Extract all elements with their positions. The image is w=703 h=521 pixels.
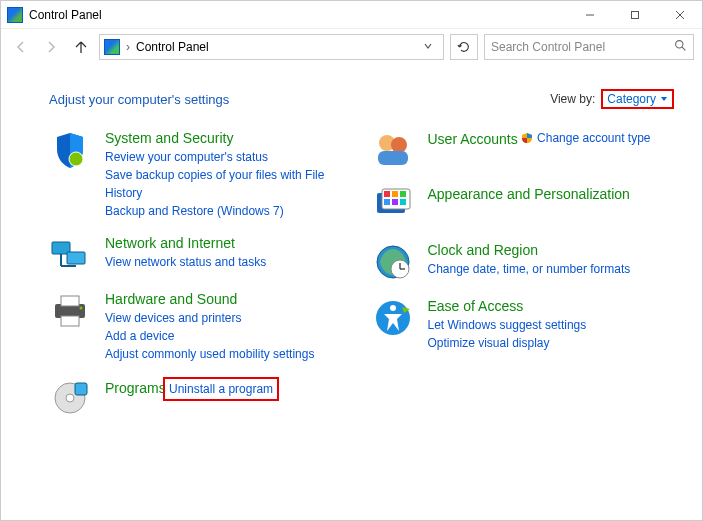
user-accounts-icon [372,129,414,171]
address-dropdown[interactable] [417,40,439,54]
view-by-label: View by: [550,92,595,106]
svg-rect-28 [400,199,406,205]
svg-rect-17 [75,383,87,395]
category-link[interactable]: Optimize visual display [428,334,587,352]
chevron-right-icon[interactable]: › [124,40,132,54]
breadcrumb[interactable]: Control Panel [136,40,209,54]
nav-row: › Control Panel [1,29,702,65]
category-title[interactable]: Hardware and Sound [105,291,237,307]
svg-rect-12 [61,296,79,306]
control-panel-icon [7,7,23,23]
content-area: Adjust your computer's settings View by:… [1,65,702,433]
refresh-button[interactable] [450,34,478,60]
category-link[interactable]: Let Windows suggest settings [428,316,587,334]
svg-point-6 [69,152,83,166]
category-user-accounts: User Accounts Change account type [372,129,675,171]
search-input[interactable] [485,35,693,59]
address-icon [104,39,120,55]
svg-rect-26 [384,199,390,205]
svg-rect-23 [384,191,390,197]
svg-rect-27 [392,199,398,205]
search-icon[interactable] [674,39,687,55]
category-programs: Programs Uninstall a program [49,377,352,419]
page-title: Adjust your computer's settings [49,92,229,107]
category-title[interactable]: Network and Internet [105,235,235,251]
view-by-value: Category [607,92,656,106]
svg-rect-24 [392,191,398,197]
window-title: Control Panel [29,8,102,22]
category-clock-region: Clock and Region Change date, time, or n… [372,241,675,283]
category-system-security: System and Security Review your computer… [49,129,352,220]
shield-icon [49,129,91,171]
search-box[interactable] [484,34,694,60]
category-link[interactable]: View network status and tasks [105,253,266,271]
category-link[interactable]: Change account type [537,129,650,147]
category-ease-of-access: Ease of Access Let Windows suggest setti… [372,297,675,352]
svg-point-4 [676,41,683,48]
uninstall-program-link[interactable]: Uninstall a program [169,382,273,396]
uac-shield-icon [521,132,533,144]
title-bar: Control Panel [1,1,702,29]
clock-icon [372,241,414,283]
svg-rect-1 [631,11,638,18]
minimize-button[interactable] [567,1,612,29]
category-title[interactable]: System and Security [105,130,233,146]
up-button[interactable] [69,35,93,59]
category-title[interactable]: Programs [105,380,166,396]
address-bar[interactable]: › Control Panel [99,34,444,60]
left-column: System and Security Review your computer… [49,129,352,433]
category-link[interactable]: Add a device [105,327,314,345]
maximize-button[interactable] [612,1,657,29]
category-title[interactable]: Clock and Region [428,242,539,258]
printer-icon [49,290,91,332]
category-hardware-sound: Hardware and Sound View devices and prin… [49,290,352,363]
svg-rect-8 [67,252,85,264]
svg-point-19 [391,137,407,153]
svg-rect-20 [378,151,408,165]
view-by: View by: Category [550,89,674,109]
category-link[interactable]: Backup and Restore (Windows 7) [105,202,352,220]
category-link[interactable]: Adjust commonly used mobility settings [105,345,314,363]
forward-button[interactable] [39,35,63,59]
category-title[interactable]: Appearance and Personalization [428,186,630,202]
view-by-dropdown[interactable]: Category [607,92,668,106]
back-button[interactable] [9,35,33,59]
svg-point-16 [66,394,74,402]
category-link[interactable]: View devices and printers [105,309,314,327]
category-link[interactable]: Review your computer's status [105,148,352,166]
ease-of-access-icon [372,297,414,339]
close-button[interactable] [657,1,702,29]
programs-icon [49,377,91,419]
category-appearance: Appearance and Personalization [372,185,675,227]
svg-line-5 [682,47,685,50]
svg-rect-13 [61,316,79,326]
svg-rect-25 [400,191,406,197]
network-icon [49,234,91,276]
svg-point-14 [80,306,83,309]
category-title[interactable]: User Accounts [428,131,518,147]
appearance-icon [372,185,414,227]
category-network-internet: Network and Internet View network status… [49,234,352,276]
chevron-down-icon [660,95,668,103]
category-title[interactable]: Ease of Access [428,298,524,314]
right-column: User Accounts Change account type Appear… [372,129,675,433]
svg-point-35 [390,305,396,311]
category-link[interactable]: Save backup copies of your files with Fi… [105,166,352,202]
category-link[interactable]: Change date, time, or number formats [428,260,631,278]
